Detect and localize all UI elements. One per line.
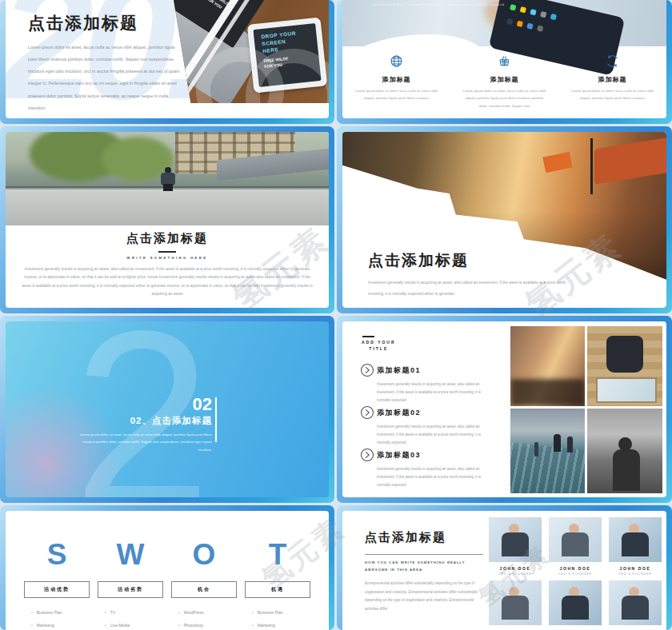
swot-box-label: 机会 [171, 581, 237, 598]
member-name: JOHN DOE [609, 566, 662, 571]
title-underline [365, 554, 483, 555]
slide-body-text: Investment generally results in acquirin… [368, 277, 582, 300]
template-preview-sheet: 2018 FREE WILOF FOR YOU DROP YOUR SCREEN… [0, 0, 672, 630]
swot-letter: W [94, 538, 167, 572]
slide-thumbnail-7[interactable]: S 活动优势 Business Plan Marketing Strategie… [0, 505, 334, 630]
slide-body-text: Lorem ipsum dolor sit amet, lacus nulla … [28, 42, 185, 114]
list-entry: TV [105, 606, 167, 619]
photo-team-member [489, 580, 542, 625]
list-entry: Business Plan [252, 606, 314, 619]
member-name: JOHN DOE [549, 566, 602, 571]
caption-text: HOW YOU CAN WRITE SOMETHING REALLY AWESO… [365, 560, 466, 573]
item-title: 添加标题02 [377, 405, 496, 420]
list-entry: Photoshop [178, 619, 241, 630]
header-line: TITLE [362, 346, 396, 353]
slide-thumbnail-5[interactable]: 2 02 02、点击添加标题 Lorem ipsum dolor sit ame… [0, 316, 334, 503]
photo-team-member [489, 517, 542, 562]
caption-line: AWESOME IN THIS AREA [365, 567, 466, 574]
team-photo-grid: JOHN DOE CEO & FOUNDER JOHN DOE CEO & FO… [489, 517, 666, 625]
caption-line: HOW YOU CAN WRITE SOMETHING REALLY [365, 560, 466, 567]
photo-riverside [6, 132, 329, 225]
member-name: JOHN DOE [489, 566, 542, 571]
swot-column: T 机遇 Business Plan Marketing Strategies [241, 538, 314, 630]
photo-collage [510, 326, 662, 493]
photo-field-grayscale [587, 409, 662, 493]
swot-letter: T [241, 538, 314, 572]
photo-team-member [549, 517, 602, 562]
item-title: 添加标题03 [377, 448, 496, 462]
team-member [489, 576, 542, 625]
section-body-text: Lorem ipsum dolor sit amet, lacus nulla … [76, 431, 212, 453]
photo-hand-tablet: lorem ipsum dolor sit amet consectetur a… [342, 0, 666, 46]
feature-title: 添加标题 [462, 75, 547, 84]
team-member: JOHN DOE CEO & FOUNDER [609, 517, 662, 576]
item-text: Investment generally results in acquirin… [377, 465, 495, 489]
swot-column: S 活动优势 Business Plan Marketing Strategie… [20, 538, 94, 630]
slide-title: 点击添加标题 [6, 231, 329, 246]
swot-box-label: 活动劣势 [98, 581, 163, 598]
swot-box-label: 活动优势 [24, 581, 90, 598]
list-item: 添加标题03 Investment generally results in a… [360, 448, 496, 489]
basket-icon [498, 54, 511, 68]
photo-jacket-wall [587, 326, 662, 406]
team-member: JOHN DOE CEO & FOUNDER [549, 517, 602, 576]
slide-body-text: Entrepreneurial activities differ substa… [365, 580, 486, 613]
photo-street-crowd [510, 326, 585, 406]
list-entry: WordPress [178, 606, 241, 619]
feature-column: 添加标题 Lorem ipsum dolor sit amet, lacus n… [558, 46, 666, 118]
header-line: ADD YOUR [362, 340, 396, 346]
photo-team-member [549, 580, 602, 625]
feature-title: 添加标题 [570, 75, 655, 84]
title-divider [158, 251, 176, 253]
section-title: 02、点击添加标题 [76, 415, 212, 427]
tagline: WRITE SOMETHING HERE [6, 256, 329, 260]
sync-icon [606, 54, 619, 68]
slide-thumbnail-1[interactable]: 2018 FREE WILOF FOR YOU DROP YOUR SCREEN… [0, 0, 334, 124]
slide-thumbnail-4[interactable]: 点击添加标题 Investment generally results in a… [337, 126, 672, 313]
slide-thumbnail-3[interactable]: 点击添加标题 WRITE SOMETHING HERE Investment g… [0, 126, 334, 313]
swot-box-label: 机遇 [245, 581, 310, 598]
team-member [609, 576, 662, 625]
feature-column: 添加标题 Lorem ipsum dolor sit amet, lacus n… [342, 46, 450, 118]
slide-thumbnail-2[interactable]: lorem ipsum dolor sit amet consectetur a… [337, 0, 672, 124]
vertical-divider [215, 397, 217, 442]
swot-letter: S [20, 538, 94, 572]
swot-list: Business Plan Marketing Strategies [31, 606, 94, 630]
list-item: 添加标题02 Investment generally results in a… [360, 405, 496, 447]
chevron-circle-icon [360, 405, 374, 420]
list-item: 添加标题01 Investment generally results in a… [360, 363, 496, 405]
item-text: Investment generally results in acquirin… [377, 423, 495, 447]
photo-caption: lorem ipsum dolor sit amet consectetur a… [373, 2, 505, 6]
item-title: 添加标题01 [377, 363, 496, 377]
swot-column: W 活动劣势 TV Live Media Devices [94, 538, 167, 630]
slide-title: 点击添加标题 [28, 12, 138, 34]
person-silhouette [159, 167, 177, 191]
slide-thumbnail-8[interactable]: 点击添加标题 HOW YOU CAN WRITE SOMETHING REALL… [337, 505, 672, 630]
list-entry: Marketing [252, 619, 314, 630]
feature-text: Lorem ipsum dolor sit amet, lacus nulla … [354, 87, 439, 102]
slide-body-text: Investment generally results in acquirin… [20, 265, 314, 298]
swot-letter: O [167, 538, 241, 572]
swot-list: WordPress Photoshop Internet [178, 606, 241, 630]
list-entry: Live Media [105, 619, 167, 630]
slide-header: ADD YOUR TITLE [362, 336, 396, 352]
feature-text: Lorem ipsum dolor sit amet, lacus nulla … [462, 87, 547, 110]
photo-bridge-runners [510, 409, 585, 493]
photo-team-member [609, 517, 662, 562]
photo-team-member [609, 580, 662, 625]
slide-thumbnail-6[interactable]: ADD YOUR TITLE 添加标题01 Investment general… [337, 316, 672, 503]
header-bar [362, 336, 374, 337]
list-entry: Business Plan [31, 606, 94, 619]
globe-icon [390, 54, 403, 68]
team-member [549, 576, 602, 625]
feature-title: 添加标题 [354, 75, 439, 84]
swot-column: O 机会 WordPress Photoshop Internet [167, 538, 241, 630]
item-text: Investment generally results in acquirin… [377, 381, 495, 405]
chevron-circle-icon [360, 448, 374, 462]
swot-list: TV Live Media Devices [105, 606, 167, 630]
section-number: 02 [76, 395, 212, 413]
swot-list: Business Plan Marketing Strategies [252, 606, 314, 630]
feature-text: Lorem ipsum dolor sit amet, lacus nulla … [570, 87, 655, 102]
slide-title: 点击添加标题 [368, 250, 469, 271]
slide-title: 点击添加标题 [365, 530, 446, 545]
